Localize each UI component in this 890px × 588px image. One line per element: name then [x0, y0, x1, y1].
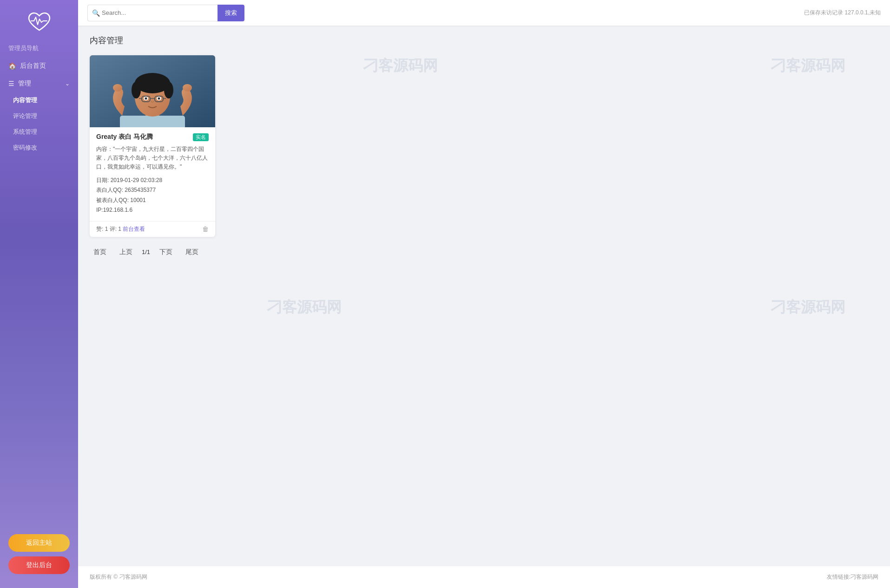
pagination-prev[interactable]: 上页 — [116, 246, 136, 258]
card-image — [90, 55, 215, 127]
search-input[interactable] — [87, 5, 218, 21]
svg-point-17 — [113, 84, 122, 91]
sidebar-item-password[interactable]: 密码修改 — [5, 140, 78, 156]
footer-copyright: 版权所有 © 刁客源码网 — [90, 573, 147, 581]
sidebar-nav-title: 管理员导航 — [0, 44, 78, 52]
sidebar-group-manage-header[interactable]: ☰ 管理 ⌄ — [0, 75, 78, 92]
pagination-first[interactable]: 首页 — [90, 246, 110, 258]
svg-point-6 — [132, 82, 141, 98]
svg-point-18 — [183, 84, 192, 91]
sidebar-sub-menu: 内容管理 评论管理 系统管理 密码修改 — [0, 92, 78, 156]
main-wrap: 🔍 搜索 已保存未访记录 127.0.0.1,未知 内容管理 — [78, 0, 890, 566]
sidebar-group-manage-label: 管理 — [18, 79, 31, 88]
home-icon: 🏠 — [8, 62, 16, 70]
page-title: 内容管理 — [90, 35, 878, 46]
sidebar-item-comment[interactable]: 评论管理 — [5, 108, 78, 124]
card-image-svg — [90, 55, 215, 127]
pagination-last[interactable]: 尾页 — [182, 246, 202, 258]
sidebar-item-home[interactable]: 🏠 后台首页 — [0, 57, 78, 75]
sidebar-item-content[interactable]: 内容管理 — [5, 92, 78, 108]
card-from-qq: 表白人QQ: 2635435377 — [96, 185, 209, 196]
svg-rect-2 — [120, 116, 185, 127]
card-meta: 日期: 2019-01-29 02:03:28 表白人QQ: 263543537… — [96, 176, 209, 216]
card-stats-sep: 评: — [110, 226, 119, 232]
return-btn[interactable]: 返回主站 — [8, 534, 70, 552]
sidebar-item-home-label: 后台首页 — [20, 62, 46, 70]
svg-point-15 — [145, 98, 147, 100]
sidebar-menu: 🏠 后台首页 ☰ 管理 ⌄ 内容管理 评论管理 系统管理 — [0, 57, 78, 156]
sidebar: 管理员导航 🏠 后台首页 ☰ 管理 ⌄ 内容管理 评论管理 — [0, 0, 78, 588]
pagination: 首页 上页 1/1 下页 尾页 — [90, 246, 878, 258]
card-badge: 实名 — [193, 133, 209, 141]
card-to-qq: 被表白人QQ: 10001 — [96, 196, 209, 206]
card-stats-likes: 赞: 1 — [96, 226, 108, 232]
pagination-current: 1/1 — [142, 248, 150, 255]
card-date: 日期: 2019-01-29 02:03:28 — [96, 176, 209, 186]
pagination-next[interactable]: 下页 — [156, 246, 176, 258]
footer: 版权所有 © 刁客源码网 友情链接:刁客源码网 — [78, 566, 890, 588]
svg-point-7 — [164, 82, 173, 98]
header-status: 已保存未访记录 127.0.0.1,未知 — [804, 9, 881, 17]
page-content: 内容管理 — [78, 26, 890, 566]
card-footer: 赞: 1 评: 1 前台查看 🗑 — [90, 221, 215, 237]
card-title-row: Greaty 表白 马化腾 实名 — [96, 133, 209, 141]
card-body: Greaty 表白 马化腾 实名 内容："一个宇宙，九大行星，二百零四个国家，八… — [90, 127, 215, 221]
sidebar-group-manage: ☰ 管理 ⌄ 内容管理 评论管理 系统管理 密码修改 — [0, 75, 78, 156]
card-title: Greaty 表白 马化腾 — [96, 133, 153, 141]
search-box: 🔍 搜索 — [87, 5, 273, 21]
card-content: 内容："一个宇宙，九大行星，二百零四个国家，八百零九个岛屿，七个大洋，六十八亿人… — [96, 145, 209, 172]
menu-icon: ☰ — [8, 80, 14, 87]
sidebar-item-system[interactable]: 系统管理 — [5, 124, 78, 140]
search-input-wrap: 🔍 — [87, 5, 218, 21]
card-stats: 赞: 1 评: 1 前台查看 — [96, 225, 145, 233]
card-stats-count: 1 — [118, 226, 121, 232]
card-actions: 🗑 — [202, 225, 209, 233]
content-card: Greaty 表白 马化腾 实名 内容："一个宇宙，九大行星，二百零四个国家，八… — [90, 55, 215, 237]
sidebar-logo — [25, 9, 53, 35]
chevron-down-icon: ⌄ — [65, 80, 70, 87]
sidebar-buttons: 返回主站 登出后台 — [0, 534, 78, 588]
search-icon: 🔍 — [92, 9, 100, 17]
card-ip: IP:192.168.1.6 — [96, 205, 209, 216]
content-cards: Greaty 表白 马化腾 实名 内容："一个宇宙，九大行星，二百零四个国家，八… — [90, 55, 878, 237]
search-button[interactable]: 搜索 — [218, 5, 244, 21]
footer-friend-link: 友情链接:刁客源码网 — [827, 573, 878, 581]
delete-button[interactable]: 🗑 — [202, 225, 209, 233]
header: 🔍 搜索 已保存未访记录 127.0.0.1,未知 — [78, 0, 890, 26]
svg-point-16 — [158, 98, 160, 100]
card-frontend-link[interactable]: 前台查看 — [123, 226, 145, 232]
logout-btn[interactable]: 登出后台 — [8, 556, 70, 574]
